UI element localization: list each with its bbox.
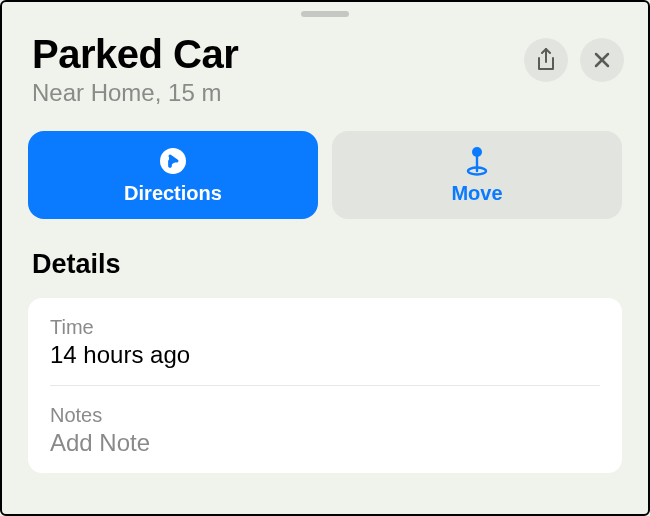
time-row: Time 14 hours ago [50,298,600,386]
location-subtitle: Near Home, 15 m [32,79,524,107]
directions-label: Directions [124,182,222,205]
move-pin-icon [462,146,492,176]
sheet-grabber[interactable] [301,11,349,17]
close-icon [593,51,611,69]
share-button[interactable] [524,38,568,82]
directions-button[interactable]: Directions [28,131,318,219]
time-label: Time [50,316,600,339]
page-title: Parked Car [32,32,524,77]
move-label: Move [451,182,502,205]
svg-point-3 [472,147,482,157]
directions-icon [158,146,188,176]
details-section-title: Details [2,219,648,280]
notes-row[interactable]: Notes Add Note [50,386,600,473]
title-block: Parked Car Near Home, 15 m [32,32,524,107]
time-value: 14 hours ago [50,341,600,369]
share-icon [536,48,556,72]
details-card: Time 14 hours ago Notes Add Note [28,298,622,473]
notes-label: Notes [50,404,600,427]
close-button[interactable] [580,38,624,82]
header: Parked Car Near Home, 15 m [2,2,648,107]
notes-placeholder: Add Note [50,429,600,457]
move-button[interactable]: Move [332,131,622,219]
header-actions [524,38,624,82]
action-button-row: Directions Move [2,107,648,219]
